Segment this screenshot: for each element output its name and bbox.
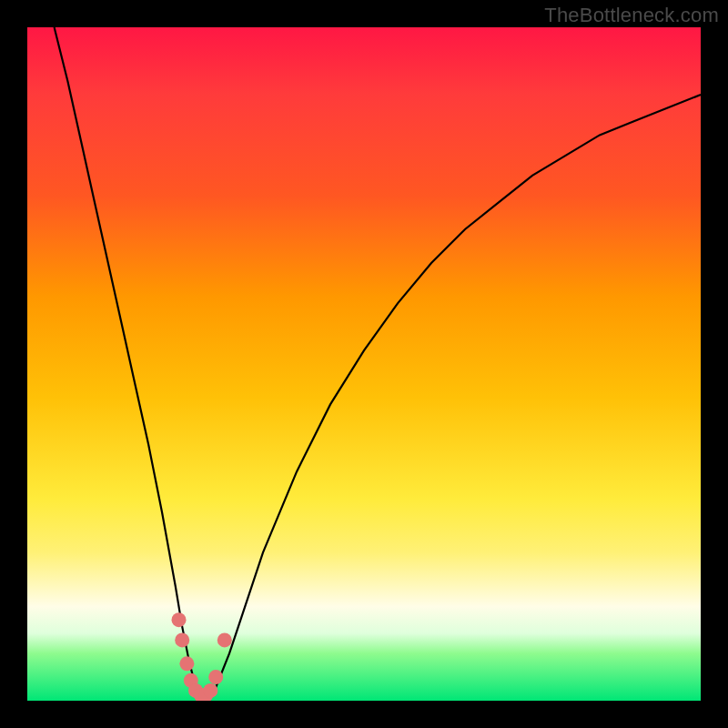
- highlight-dot: [172, 612, 187, 627]
- highlight-dot: [175, 632, 189, 647]
- chart-svg: [27, 27, 701, 701]
- highlight-dots: [172, 612, 232, 701]
- highlight-dot: [179, 656, 194, 671]
- highlight-dot: [184, 673, 198, 688]
- highlight-dot: [217, 632, 232, 647]
- highlight-dot: [198, 688, 213, 701]
- highlight-dot: [203, 683, 217, 698]
- curve-path: [55, 27, 701, 701]
- highlight-dot: [208, 670, 223, 684]
- highlight-dot: [194, 688, 208, 701]
- plot-area: [27, 27, 701, 701]
- highlight-dot: [188, 683, 203, 698]
- watermark-text: TheBottleneck.com: [544, 4, 719, 27]
- bottleneck-curve: [55, 27, 701, 701]
